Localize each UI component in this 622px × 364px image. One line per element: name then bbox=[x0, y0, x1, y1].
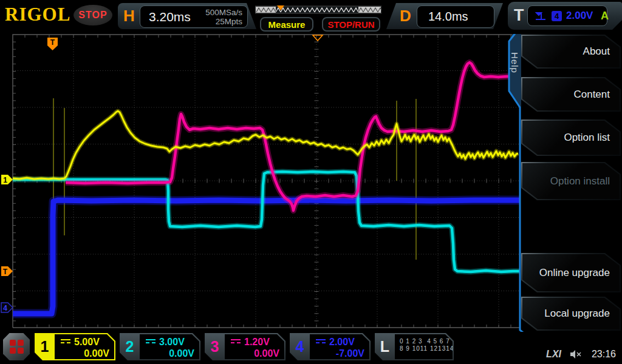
trigger-slope-icon bbox=[534, 10, 547, 22]
stop-run-button[interactable]: STOP/RUN bbox=[322, 17, 380, 32]
coupling-dc-icon bbox=[316, 339, 326, 346]
rigol-logo: RIGOL bbox=[5, 4, 70, 25]
menu-item-content[interactable]: Content bbox=[521, 77, 621, 112]
menu-item-online-upgrade[interactable]: Online upgrade bbox=[521, 253, 621, 292]
channel-3-scale: 1.20V bbox=[244, 337, 270, 348]
channel-3-block[interactable]: 3 1.20V 0.00V bbox=[205, 333, 285, 360]
menu-item-label: Local upgrade bbox=[522, 298, 620, 329]
channel-4-number: 4 bbox=[290, 333, 310, 360]
speaker-muted-icon[interactable] bbox=[570, 349, 582, 359]
menu-item-label: About bbox=[522, 36, 620, 67]
channel-1-number: 1 bbox=[35, 333, 55, 360]
channel-1-offset: 0.00V bbox=[55, 348, 114, 359]
sample-rate: 500MSa/s bbox=[205, 8, 242, 17]
logic-analyzer-block[interactable]: L 0 1 2 3 4 5 6 78 9 1011 12131415 bbox=[375, 333, 454, 360]
logic-label: L bbox=[375, 333, 395, 360]
channel-3-number: 3 bbox=[205, 333, 225, 360]
svg-text:T: T bbox=[50, 38, 55, 47]
svg-text:4: 4 bbox=[3, 304, 7, 312]
trigger-mode: A bbox=[601, 10, 609, 22]
memory-position-bar[interactable] bbox=[255, 5, 381, 17]
horizontal-timebase-group[interactable]: H 3.20ms 500MSa/s 25Mpts bbox=[118, 3, 256, 29]
coupling-dc-icon bbox=[146, 339, 156, 346]
logic-channels: 0 1 2 3 4 5 6 78 9 1011 12131415 bbox=[395, 334, 453, 359]
trigger-level-value: 2.00V bbox=[566, 10, 593, 22]
grid-icon bbox=[10, 340, 24, 354]
menu-item-option-install[interactable]: Option install bbox=[521, 162, 621, 200]
timebase-box: 3.20ms 500MSa/s 25Mpts bbox=[140, 5, 248, 28]
coupling-dc-icon bbox=[61, 339, 70, 346]
channel-4-scale: 2.00V bbox=[329, 337, 355, 348]
menu-item-local-upgrade[interactable]: Local upgrade bbox=[521, 297, 621, 331]
memory-depth: 25Mpts bbox=[216, 17, 242, 26]
trigger-group[interactable]: T 4 2.00V A bbox=[508, 2, 622, 30]
menu-item-label: Option install bbox=[522, 163, 620, 199]
trace-ch2 bbox=[13, 172, 519, 272]
delay-value: 14.0ms bbox=[417, 10, 468, 24]
channel-2-offset: 0.00V bbox=[140, 348, 199, 359]
menu-item-label: Content bbox=[522, 78, 620, 110]
channel-1-block[interactable]: 1 5.00V 0.00V bbox=[35, 333, 115, 360]
channel-2-number: 2 bbox=[120, 333, 140, 360]
menu-item-label: Option list bbox=[522, 121, 620, 155]
delay-box: 14.0ms bbox=[417, 5, 494, 28]
timebase-value: 3.20ms bbox=[140, 10, 191, 24]
logic-row1: 0 1 2 3 4 5 6 7 bbox=[400, 338, 450, 345]
acquisition-status-badge: STOP bbox=[73, 5, 112, 25]
delay-label: D bbox=[400, 7, 411, 25]
delay-group[interactable]: D 14.0ms bbox=[386, 3, 503, 29]
clock: 23:16 bbox=[592, 349, 616, 360]
channel-4-offset: -7.00V bbox=[310, 348, 369, 359]
glitch-spikes bbox=[53, 98, 416, 278]
menu-item-label: Online upgrade bbox=[522, 254, 620, 291]
horizontal-label: H bbox=[123, 7, 135, 25]
menu-item-about[interactable]: About bbox=[521, 35, 621, 69]
logic-row2: 8 9 1011 12131415 bbox=[400, 345, 462, 352]
measure-button[interactable]: Measure bbox=[260, 17, 313, 32]
bottom-status-bar: 1 5.00V 0.00V 2 3.00V 0.00V 3 1.20V 0.00… bbox=[0, 332, 622, 364]
trigger-label: T bbox=[514, 6, 524, 25]
channel-1-scale: 5.00V bbox=[74, 337, 100, 348]
coupling-dc-icon bbox=[231, 339, 241, 346]
lxi-indicator: LXI bbox=[546, 349, 561, 360]
main-menu-button[interactable] bbox=[3, 333, 30, 360]
top-status-bar: RIGOL STOP H 3.20ms 500MSa/s 25Mpts Meas… bbox=[0, 0, 622, 34]
trigger-source-badge: 4 bbox=[552, 11, 562, 21]
oscilloscope-screen: T1T4 RIGOL STOP H 3.20ms 500MSa/s 25Mpts… bbox=[0, 0, 622, 364]
channel-2-block[interactable]: 2 3.00V 0.00V bbox=[120, 333, 200, 360]
channel-2-scale: 3.00V bbox=[159, 337, 185, 348]
channel-4-block[interactable]: 4 2.00V -7.00V bbox=[290, 333, 371, 360]
svg-text:T: T bbox=[3, 268, 8, 276]
help-tab: Help bbox=[508, 52, 520, 90]
horizontal-center-marker[interactable] bbox=[313, 35, 323, 41]
svg-text:1: 1 bbox=[3, 176, 7, 184]
channel-3-offset: 0.00V bbox=[225, 348, 284, 359]
menu-item-option-list[interactable]: Option list bbox=[521, 120, 621, 156]
sample-rate-memory: 500MSa/s 25Mpts bbox=[191, 8, 247, 26]
trigger-box: 4 2.00V bbox=[527, 5, 607, 26]
